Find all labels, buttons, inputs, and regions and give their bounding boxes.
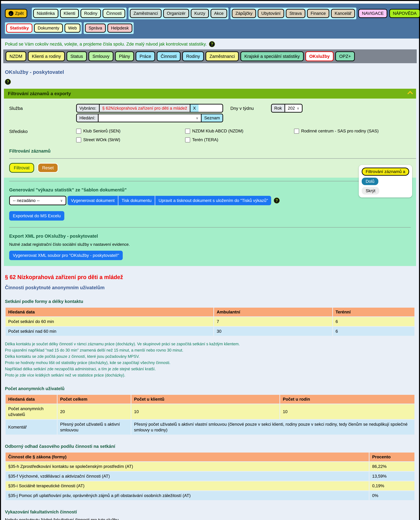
filter-panel-body: Služba Vybráno: § 62Nízkoprahová zařízen… xyxy=(4,99,416,266)
checkbox-nzdm-klub-abcd-nzdm[interactable]: NZDM Klub ABCD (NZDM) xyxy=(185,129,294,134)
content-area: OKslužby - poskytovatel ? Filtrování záz… xyxy=(1,69,419,520)
vygenerovat-dokument-button[interactable]: Vygenerovat dokument xyxy=(68,196,118,205)
nav-klienti[interactable]: Klienti xyxy=(60,9,79,18)
table-cell: Přesný počet uživatelů s aktivní smlouvo… xyxy=(58,420,131,435)
checkbox-klub-senioru-sen[interactable]: Klub Seniorů (SEN) xyxy=(76,129,185,134)
filter-panel-header[interactable]: Filtrování záznamů a exporty xyxy=(4,89,416,99)
tab-nzdm[interactable]: NZDM xyxy=(6,51,26,61)
note-line: Délka kontaktu se zde počítá pouze z čin… xyxy=(5,354,416,359)
table-row: Počet anonymních uživatelů201010 xyxy=(6,404,414,419)
nav-organizer[interactable]: Organizér xyxy=(163,9,189,18)
checkbox-teren-tera[interactable]: Terén (TERA) xyxy=(185,137,294,142)
nav-cinnosti[interactable]: Činnosti xyxy=(103,9,125,18)
reset-button[interactable]: Reset xyxy=(38,163,58,173)
tab-zamestnanci[interactable]: Zaměstnanci xyxy=(205,51,239,61)
nav-row-1: ← Zpět NástěnkaKlientiRodinyČinnosti Zam… xyxy=(5,8,416,19)
collapse-chevron-icon[interactable] xyxy=(407,91,413,96)
checkbox-label: Street WOrk (StrW) xyxy=(83,137,120,142)
nav-zamestnanci[interactable]: Zaměstnanci xyxy=(130,9,161,18)
nav-group-statistiky: StatistikyDokumentyWeb xyxy=(5,22,82,34)
service-search-select[interactable]: ∨ xyxy=(98,114,201,122)
tab-plany[interactable]: Plány xyxy=(115,51,134,61)
tab-klienti-a-rodiny[interactable]: Klienti a rodiny xyxy=(28,51,65,61)
column-header: Počet u rodin xyxy=(280,395,414,404)
time-share-table: Činnost dle § zákona (formy)Procento§35-… xyxy=(5,452,415,501)
nav-web[interactable]: Web xyxy=(65,23,81,33)
column-header: Hledaná data xyxy=(6,308,213,316)
table-cell: 20 xyxy=(58,404,131,419)
stredisko-checkbox-grid: Klub Seniorů (SEN)NZDM Klub ABCD (NZDM)R… xyxy=(76,127,379,142)
table2-heading: Počet anonymních uživatelů xyxy=(5,386,416,391)
table-cell: 7 xyxy=(214,317,332,326)
document-buttons-group: Vygenerovat dokumentTisk dokumentuUpravi… xyxy=(68,196,271,205)
table-header-row: Hledaná dataAmbulantníTerénní xyxy=(6,308,414,316)
checkbox-rodinne-centrum-sas-pro-rodiny-sas[interactable]: Rodinné centrum - SAS pro rodiny (SAS) xyxy=(294,129,379,134)
filtrovat-button[interactable]: Filtrovat xyxy=(9,163,34,173)
checkbox-street-work-strw[interactable]: Street WOrk (StrW) xyxy=(76,137,185,142)
nav-sprava[interactable]: Správa xyxy=(85,23,106,33)
filter-buttons-row: Filtrovat Reset xyxy=(4,159,416,178)
table-cell: §35-h Zprostředkování kontaktu se společ… xyxy=(6,462,369,471)
tab-cinnosti[interactable]: Činnosti xyxy=(157,51,180,61)
nav-navigace[interactable]: NAVIGACE xyxy=(358,9,387,18)
quickmenu-down-button[interactable]: Dolů xyxy=(362,178,378,185)
nav-statistiky[interactable]: Statistiky xyxy=(6,23,32,33)
export-xml-button[interactable]: Vygenerovat XML soubor pro "OKslužby - p… xyxy=(9,251,123,260)
column-header: Procento xyxy=(369,452,414,461)
tisk-dokumentu-button[interactable]: Tisk dokumentu xyxy=(118,196,155,205)
tab-opz+[interactable]: OPZ+ xyxy=(335,51,355,61)
table-cell: §35-i Sociálně terapeutické činnosti (AT… xyxy=(6,481,369,490)
upravit-a-tisknout-dokument-s-ulozenim-do-tisku-vykazu-button[interactable]: Upravit a tisknout dokument s uložením d… xyxy=(155,196,271,205)
nav-helpdesk[interactable]: Helpdesk xyxy=(107,23,132,33)
tab-oksluzby[interactable]: OKslužby xyxy=(305,51,334,61)
table-cell: 0% xyxy=(369,491,414,500)
table-row: §35-h Zprostředkování kontaktu se společ… xyxy=(6,462,414,471)
setkani-table: Hledaná dataAmbulantníTerénníPočet setká… xyxy=(5,307,415,336)
hledani-label: Hledání: xyxy=(77,114,98,122)
tab-krajske-a-specialni-statistiky[interactable]: Krajské a speciální statistiky xyxy=(240,51,304,61)
quickmenu-hide-button[interactable]: Skrýt xyxy=(362,187,379,194)
column-header: Počet celkem xyxy=(58,395,131,404)
nav-group-sprava: SprávaHelpdesk xyxy=(84,22,134,34)
clear-service-button[interactable]: X xyxy=(190,104,199,112)
nav-rodiny[interactable]: Rodiny xyxy=(81,9,101,18)
table-header-row: Činnost dle § zákona (formy)Procento xyxy=(6,452,414,461)
nav-strava[interactable]: Strava xyxy=(286,9,305,18)
nav-napoveda[interactable]: NÁPOVĚDA xyxy=(389,9,420,18)
tab-smlouvy[interactable]: Smlouvy xyxy=(89,51,113,61)
template-select[interactable]: -- nezadáno --∨ xyxy=(9,196,66,205)
back-button[interactable]: ← Zpět xyxy=(5,9,27,18)
nav-kurzy[interactable]: Kurzy xyxy=(191,9,209,18)
help-icon[interactable]: ? xyxy=(5,79,11,85)
table-cell: §35-f Výchovné, vzdělávací a aktivizační… xyxy=(6,472,369,481)
year-select-widget: Rok 202∨ xyxy=(271,104,302,113)
seznam-button[interactable]: Seznam xyxy=(201,114,223,122)
help-icon[interactable]: ? xyxy=(209,41,215,47)
tab-status[interactable]: Status xyxy=(67,51,87,61)
note-line: Proto se hodnoty mohou lišit od statisti… xyxy=(5,360,416,365)
nav-kancelar[interactable]: Kancelář xyxy=(331,9,355,18)
year-select[interactable]: 202∨ xyxy=(285,104,302,112)
nav-zapujcky[interactable]: Zápůjčky xyxy=(232,9,256,18)
table-row: §35-f Výchovné, vzdělávací a aktivizační… xyxy=(6,472,414,481)
checkbox-label: Klub Seniorů (SEN) xyxy=(83,129,120,133)
nav-akce[interactable]: Akce xyxy=(210,9,227,18)
nav-finance[interactable]: Finance xyxy=(307,9,330,18)
help-icon[interactable]: ? xyxy=(274,198,280,203)
quickmenu-section-button[interactable]: Filtrování záznamů a xyxy=(362,168,409,176)
chevron-down-icon: ∨ xyxy=(196,116,198,120)
service-search-widget: Hledání: ∨ Seznam xyxy=(76,114,223,122)
nav-ubytovani[interactable]: Ubytování xyxy=(258,9,284,18)
generovani-heading: Generování "výkazu statistik" ze "šablon… xyxy=(9,187,411,193)
fakultativni-heading: Vykazování fakultativních činností xyxy=(5,509,416,514)
tab-rodiny[interactable]: Rodiny xyxy=(182,51,204,61)
explanatory-notes: Délka kontaktu je součet délky činností … xyxy=(5,342,416,378)
tab-prace[interactable]: Práce xyxy=(136,51,155,61)
column-header: Terénní xyxy=(333,308,414,316)
export-excel-button[interactable]: Exportovat do MS Excelu xyxy=(9,211,64,221)
fakultativni-text: Nebyly poskytnuty žádné fakultativní čin… xyxy=(5,518,416,520)
nav-nastenka[interactable]: Nástěnka xyxy=(33,9,58,18)
nav-dokumenty[interactable]: Dokumenty xyxy=(34,23,63,33)
table-cell: 10 xyxy=(280,404,414,419)
stredisko-row: Středisko Klub Seniorů (SEN)NZDM Klub AB… xyxy=(4,126,416,142)
